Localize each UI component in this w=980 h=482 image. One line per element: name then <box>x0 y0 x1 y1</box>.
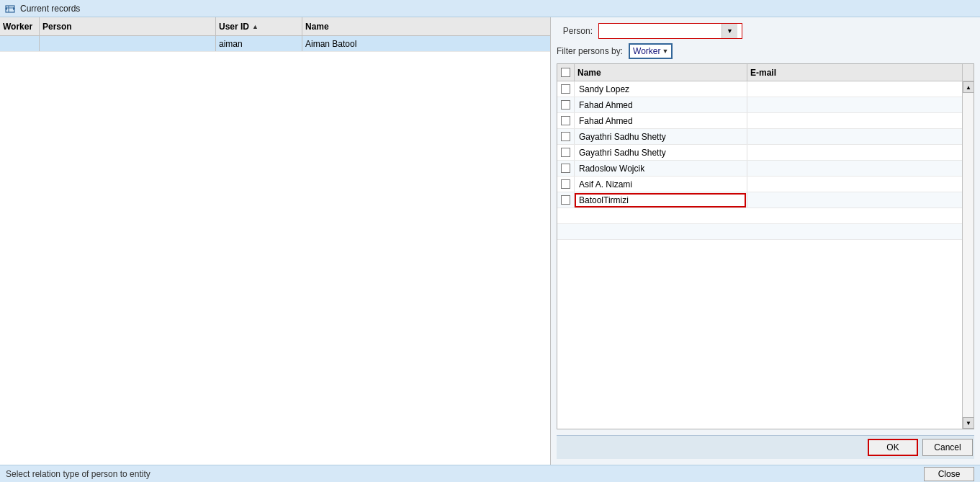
person-table: Name E-mail Sandy Lopez <box>557 63 974 429</box>
header-checkbox[interactable] <box>561 68 570 77</box>
row-email-4 <box>747 145 962 160</box>
table-header: Worker Person User ID ▲ Name <box>0 17 550 36</box>
filter-value: Worker <box>633 46 660 56</box>
list-item-empty-2 <box>557 224 974 240</box>
title-bar-text: Current records <box>20 4 80 14</box>
scroll-down-btn[interactable]: ▼ <box>963 417 974 429</box>
row-checkbox-2[interactable] <box>557 113 575 128</box>
row-email-3 <box>747 129 962 144</box>
list-item-editing[interactable] <box>557 192 974 208</box>
row-name-6: Asif A. Nizami <box>575 177 747 192</box>
row-name-3: Gayathri Sadhu Shetty <box>575 129 747 144</box>
row-name-1: Fahad Ahmed <box>575 97 747 112</box>
cell-worker <box>0 36 40 51</box>
right-pane: Person: ▼ Filter persons by: Worker ▼ Na… <box>551 17 980 465</box>
row-email-2 <box>747 113 962 128</box>
row-name-5: Radoslow Wojcik <box>575 161 747 176</box>
list-item[interactable]: Asif A. Nizami <box>557 177 974 192</box>
close-button[interactable]: Close <box>924 467 974 481</box>
left-pane: Worker Person User ID ▲ Name aiman Aiman… <box>0 17 551 465</box>
row-checkbox-1[interactable] <box>557 97 575 112</box>
filter-dropdown[interactable]: Worker ▼ <box>629 43 673 59</box>
sort-icon: ▲ <box>252 23 259 30</box>
list-item[interactable]: Fahad Ahmed <box>557 97 974 113</box>
row-checkbox-6[interactable] <box>557 177 575 192</box>
batool-input[interactable] <box>575 193 746 207</box>
status-text: Select relation type of person to entity <box>6 469 150 479</box>
person-dropdown[interactable]: ▼ <box>598 23 742 39</box>
col-worker-header: Worker <box>0 17 40 35</box>
row-checkbox-5[interactable] <box>557 161 575 176</box>
person-row: Person: ▼ <box>557 23 974 39</box>
filter-dropdown-arrow: ▼ <box>662 48 669 55</box>
list-item[interactable]: Gayathri Sadhu Shetty <box>557 129 974 145</box>
ptcol-scroll-header <box>962 64 974 81</box>
col-userid-header[interactable]: User ID ▲ <box>216 17 302 35</box>
title-bar-icon <box>4 3 16 14</box>
main-layout: Worker Person User ID ▲ Name aiman Aiman… <box>0 17 980 465</box>
row-checkbox-0[interactable] <box>557 81 575 97</box>
row-name-7 <box>575 192 747 207</box>
list-item[interactable]: Radoslow Wojcik <box>557 161 974 177</box>
row-email-7 <box>747 192 962 207</box>
filter-label: Filter persons by: <box>557 46 623 56</box>
dialog-buttons: OK Cancel <box>557 435 974 459</box>
list-item-empty-1 <box>557 208 974 224</box>
list-item[interactable]: Sandy Lopez <box>557 81 974 97</box>
row-email-5 <box>747 161 962 176</box>
person-table-header: Name E-mail <box>557 64 974 81</box>
person-input[interactable] <box>599 24 721 38</box>
list-item[interactable]: Gayathri Sadhu Shetty <box>557 145 974 161</box>
ok-button[interactable]: OK <box>868 439 918 456</box>
scrollbar[interactable]: ▲ ▼ <box>962 81 974 429</box>
status-bar: Select relation type of person to entity… <box>0 465 980 482</box>
scroll-up-btn[interactable]: ▲ <box>963 81 974 93</box>
scroll-track <box>963 93 974 417</box>
table-body: aiman Aiman Batool <box>0 36 550 465</box>
filter-row: Filter persons by: Worker ▼ <box>557 43 974 59</box>
list-item[interactable]: Fahad Ahmed <box>557 113 974 129</box>
row-checkbox-4[interactable] <box>557 145 575 160</box>
cell-userid: aiman <box>216 36 302 51</box>
cell-person <box>40 36 216 51</box>
ptcol-check-header <box>557 64 575 81</box>
cell-name: Aiman Batool <box>302 36 550 51</box>
col-person-header: Person <box>40 17 216 35</box>
person-label: Person: <box>557 26 593 36</box>
person-table-body: Sandy Lopez Fahad Ahmed <box>557 81 974 429</box>
row-checkbox-7[interactable] <box>557 192 575 207</box>
row-email-1 <box>747 97 962 112</box>
col-name-header: Name <box>302 17 550 35</box>
row-email-6 <box>747 177 962 192</box>
row-name-2: Fahad Ahmed <box>575 113 747 128</box>
ptcol-email-header: E-mail <box>747 64 962 81</box>
person-dropdown-btn[interactable]: ▼ <box>721 24 737 38</box>
ptcol-name-header: Name <box>575 64 747 81</box>
row-name-4: Gayathri Sadhu Shetty <box>575 145 747 160</box>
cancel-button[interactable]: Cancel <box>922 439 973 456</box>
row-email-0 <box>747 81 962 97</box>
title-bar: Current records <box>0 0 980 17</box>
row-checkbox-3[interactable] <box>557 129 575 144</box>
table-row[interactable]: aiman Aiman Batool <box>0 36 550 52</box>
row-name-0: Sandy Lopez <box>575 81 747 97</box>
